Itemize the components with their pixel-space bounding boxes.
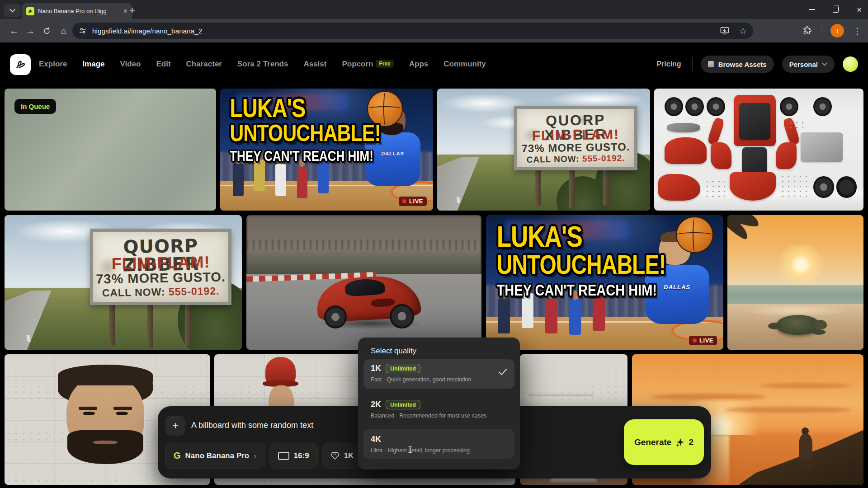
gallery-item-luka-thumbnail-1[interactable]: DALLAS LUKA'S UNTOUCHABLE! THEY CAN'T RE…	[220, 89, 433, 211]
thumbnail-headline: LUKA'S UNTOUCHABLE! THEY CAN'T REACH HIM…	[230, 95, 381, 164]
home-button[interactable]: ⌂	[56, 23, 71, 38]
tab-strip: Nano Banana Pro on Higgsfield × + ×	[0, 0, 868, 19]
basketball-shape	[676, 216, 713, 253]
quality-option-1k[interactable]: 1K Unlimited Fast · Quick generation, go…	[363, 359, 514, 389]
generate-button[interactable]: Generate 2	[624, 419, 704, 465]
live-badge: LIVE	[399, 197, 427, 206]
popup-title: Select quality	[371, 347, 416, 356]
gallery-item-car-parts[interactable]	[654, 89, 863, 211]
gallery-item-billboard-runic[interactable]: QUORP XIBBER FLIM-FLAM! 73% MORE GUSTO. …	[437, 89, 650, 211]
aspect-ratio-icon	[278, 452, 289, 460]
quality-option-2k[interactable]: 2K Unlimited Balanced · Recommended for …	[363, 395, 514, 423]
chevron-down-icon	[822, 62, 827, 66]
higgsfield-favicon	[26, 7, 34, 15]
minimize-button[interactable]	[809, 9, 815, 10]
sparkle-icon	[675, 437, 685, 447]
back-button[interactable]: ←	[6, 23, 22, 38]
site-header-right: Pricing Browse Assets Personal	[656, 42, 858, 86]
billboard-sign: QUORP ZIBBER FLIM-FLAM! 73% MORE GUSTO. …	[90, 229, 231, 305]
browser-window: Nano Banana Pro on Higgsfield × + × ← → …	[0, 0, 868, 488]
aspect-ratio-chip[interactable]: 16:9	[269, 443, 318, 469]
gemini-icon: G	[174, 450, 181, 461]
select-quality-popup: Select quality 1K Unlimited Fast · Quick…	[358, 338, 520, 469]
live-badge: LIVE	[689, 336, 717, 345]
check-icon	[498, 368, 507, 375]
gem-icon	[330, 452, 340, 460]
new-tab-button[interactable]: +	[129, 5, 135, 16]
billboard-line3: 73% MORE GUSTO.	[517, 141, 634, 154]
nav-item-apps[interactable]: Apps	[409, 60, 429, 69]
toolbar-right: I ⋮	[802, 23, 862, 39]
gallery-item-turtle[interactable]	[727, 215, 863, 350]
nav-item-pricing[interactable]: Pricing	[656, 60, 681, 68]
browser-tab[interactable]: Nano Banana Pro on Higgsfield ×	[22, 3, 132, 19]
billboard-line4: CALL NOW: 555-0192.	[93, 286, 229, 299]
toolbar-separator	[821, 26, 821, 35]
window-controls: ×	[809, 0, 862, 19]
tab-search-button[interactable]	[4, 4, 21, 17]
nav-item-edit[interactable]: Edit	[156, 60, 170, 69]
bookmark-star-icon[interactable]: ☆	[739, 26, 747, 36]
billboard-line3: 73% MORE GUSTO.	[93, 271, 229, 286]
tab-title: Nano Banana Pro on Higgsfield	[38, 8, 106, 14]
model-selector-chip[interactable]: G Nano Banana Pro ›	[165, 443, 265, 469]
nav-item-community[interactable]: Community	[443, 60, 486, 69]
nav-item-explore[interactable]: Explore	[39, 60, 67, 69]
in-queue-badge: In Queue	[14, 99, 56, 114]
workspace-selector[interactable]: Personal	[782, 56, 835, 73]
header-divider	[692, 57, 693, 71]
close-button[interactable]: ×	[857, 5, 862, 14]
tab-close-icon[interactable]: ×	[123, 8, 127, 15]
add-attachment-button[interactable]: +	[165, 416, 185, 436]
reload-icon	[43, 27, 51, 35]
text-cursor: I	[408, 445, 412, 455]
quality-chip[interactable]: 1K	[322, 443, 363, 469]
prompt-input[interactable]: A billboard with some random text	[191, 421, 313, 430]
quality-option-4k[interactable]: 4K Ultra · Highest detail, longer proces…	[363, 429, 514, 459]
higgsfield-logo[interactable]	[10, 54, 31, 75]
gallery-item-billboard-plain[interactable]: QUORP ZIBBER FLIM-FLAM! 73% MORE GUSTO. …	[5, 215, 242, 350]
unlimited-badge: Unlimited	[386, 364, 420, 373]
live-dot-icon	[402, 199, 406, 203]
billboard-sign: QUORP XIBBER FLIM-FLAM! 73% MORE GUSTO. …	[514, 106, 637, 171]
billboard-line4: CALL NOW: 555-0192.	[517, 154, 634, 164]
assets-icon	[708, 61, 714, 67]
nav-item-assist[interactable]: Assist	[303, 60, 326, 69]
user-avatar[interactable]	[843, 56, 858, 72]
nav-item-popcorn[interactable]: PopcornFree	[342, 60, 393, 69]
site-info-icon[interactable]	[79, 27, 87, 35]
url-bar[interactable]: higgsfield.ai/image/nano_banana_2 ☆	[72, 23, 753, 39]
gallery-item-generating[interactable]: In Queue	[5, 89, 216, 211]
forward-button[interactable]: →	[23, 23, 38, 38]
nav-item-video[interactable]: Video	[120, 60, 141, 69]
chevron-down-icon	[9, 9, 15, 13]
nav-item-character[interactable]: Character	[186, 60, 222, 69]
nav-item-sora-2-trends[interactable]: Sora 2 Trends	[237, 60, 288, 69]
unlimited-badge: Unlimited	[386, 400, 420, 409]
free-badge: Free	[376, 60, 393, 68]
browse-assets-button[interactable]: Browse Assets	[701, 56, 774, 73]
browser-menu-icon[interactable]: ⋮	[853, 26, 862, 36]
nav-item-image[interactable]: Image	[82, 60, 104, 69]
install-icon[interactable]	[720, 27, 729, 35]
browser-profile-avatar[interactable]: I	[830, 24, 844, 38]
restore-button[interactable]	[833, 7, 839, 13]
site-header: Explore Image Video Edit Character Sora …	[0, 42, 868, 86]
gallery-item-luka-thumbnail-2[interactable]: DALLAS LUKA'S UNTOUCHABLE! THEY CAN'T RE…	[486, 215, 723, 350]
url-text: higgsfield.ai/image/nano_banana_2	[92, 27, 202, 35]
site-nav: Explore Image Video Edit Character Sora …	[39, 42, 486, 86]
live-dot-icon	[693, 338, 697, 343]
chevron-right-icon: ›	[254, 451, 256, 461]
gallery-item-ferrari[interactable]	[246, 215, 481, 350]
thumbnail-headline: LUKA'S UNTOUCHABLE! THEY CAN'T REACH HIM…	[497, 222, 666, 299]
reload-button[interactable]	[39, 23, 54, 38]
extensions-icon[interactable]	[802, 26, 812, 36]
